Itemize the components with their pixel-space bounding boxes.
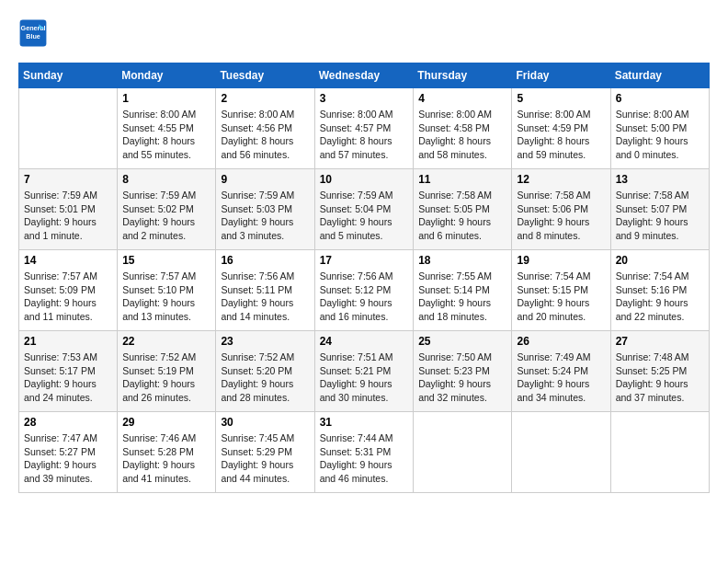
calendar-cell: 27Sunrise: 7:48 AMSunset: 5:25 PMDayligh… [610,331,709,412]
calendar-cell: 19Sunrise: 7:54 AMSunset: 5:15 PMDayligh… [512,250,610,331]
day-number: 12 [517,173,605,186]
cell-info: Sunrise: 8:00 AMSunset: 5:00 PMDaylight:… [616,108,704,162]
calendar-cell: 5Sunrise: 8:00 AMSunset: 4:59 PMDaylight… [512,88,610,169]
calendar-cell: 10Sunrise: 7:59 AMSunset: 5:04 PMDayligh… [314,169,414,250]
day-number: 25 [418,335,506,348]
calendar-cell: 20Sunrise: 7:54 AMSunset: 5:16 PMDayligh… [610,250,709,331]
cell-info: Sunrise: 7:59 AMSunset: 5:02 PMDaylight:… [122,189,210,243]
cell-info: Sunrise: 7:59 AMSunset: 5:03 PMDaylight:… [221,189,309,243]
calendar-week-row: 7Sunrise: 7:59 AMSunset: 5:01 PMDaylight… [19,169,710,250]
day-number: 3 [320,92,409,105]
cell-info: Sunrise: 7:54 AMSunset: 5:16 PMDaylight:… [616,270,704,324]
calendar-cell: 4Sunrise: 8:00 AMSunset: 4:58 PMDaylight… [414,88,512,169]
weekday-header: Tuesday [216,63,314,88]
logo: General Blue [18,18,51,48]
calendar-cell: 1Sunrise: 8:00 AMSunset: 4:55 PMDaylight… [118,88,216,169]
day-number: 4 [418,92,506,105]
day-number: 23 [221,335,309,348]
calendar-cell: 6Sunrise: 8:00 AMSunset: 5:00 PMDaylight… [610,88,709,169]
calendar-cell [19,88,118,169]
cell-info: Sunrise: 7:44 AMSunset: 5:31 PMDaylight:… [320,431,409,486]
day-number: 22 [122,335,210,348]
calendar-cell [414,412,512,493]
weekday-header: Monday [118,63,216,88]
weekday-header-row: SundayMondayTuesdayWednesdayThursdayFrid… [19,63,710,88]
calendar-body: 1Sunrise: 8:00 AMSunset: 4:55 PMDaylight… [19,88,710,493]
calendar-cell: 8Sunrise: 7:59 AMSunset: 5:02 PMDaylight… [118,169,216,250]
day-number: 27 [616,335,704,348]
calendar-cell: 24Sunrise: 7:51 AMSunset: 5:21 PMDayligh… [314,331,414,412]
day-number: 6 [616,92,704,105]
day-number: 1 [122,92,210,105]
calendar-cell: 18Sunrise: 7:55 AMSunset: 5:14 PMDayligh… [414,250,512,331]
calendar-cell: 23Sunrise: 7:52 AMSunset: 5:20 PMDayligh… [216,331,314,412]
calendar-header: SundayMondayTuesdayWednesdayThursdayFrid… [19,63,710,88]
cell-info: Sunrise: 7:56 AMSunset: 5:11 PMDaylight:… [221,270,309,324]
calendar-week-row: 21Sunrise: 7:53 AMSunset: 5:17 PMDayligh… [19,331,710,412]
cell-info: Sunrise: 7:54 AMSunset: 5:15 PMDaylight:… [517,270,605,324]
weekday-header: Wednesday [314,63,414,88]
cell-info: Sunrise: 7:59 AMSunset: 5:04 PMDaylight:… [320,189,409,243]
calendar-cell [512,412,610,493]
cell-info: Sunrise: 7:47 AMSunset: 5:27 PMDaylight:… [24,431,112,486]
day-number: 30 [221,416,309,429]
calendar-cell: 17Sunrise: 7:56 AMSunset: 5:12 PMDayligh… [314,250,414,331]
cell-info: Sunrise: 8:00 AMSunset: 4:58 PMDaylight:… [418,108,506,162]
calendar-cell: 15Sunrise: 7:57 AMSunset: 5:10 PMDayligh… [118,250,216,331]
day-number: 18 [418,254,506,267]
day-number: 17 [320,254,409,267]
day-number: 16 [221,254,309,267]
weekday-header: Saturday [610,63,709,88]
day-number: 2 [221,92,309,105]
cell-info: Sunrise: 8:00 AMSunset: 4:55 PMDaylight:… [122,108,210,162]
day-number: 7 [24,173,112,186]
day-number: 15 [122,254,210,267]
cell-info: Sunrise: 7:53 AMSunset: 5:17 PMDaylight:… [24,350,112,405]
day-number: 10 [320,173,409,186]
day-number: 21 [24,335,112,348]
cell-info: Sunrise: 7:49 AMSunset: 5:24 PMDaylight:… [517,350,605,405]
day-number: 31 [320,416,409,429]
calendar-cell: 12Sunrise: 7:58 AMSunset: 5:06 PMDayligh… [512,169,610,250]
page-header: General Blue [18,18,710,48]
calendar-cell: 13Sunrise: 7:58 AMSunset: 5:07 PMDayligh… [610,169,709,250]
calendar-week-row: 28Sunrise: 7:47 AMSunset: 5:27 PMDayligh… [19,412,710,493]
cell-info: Sunrise: 7:45 AMSunset: 5:29 PMDaylight:… [221,431,309,486]
cell-info: Sunrise: 7:50 AMSunset: 5:23 PMDaylight:… [418,350,506,405]
calendar-cell: 2Sunrise: 8:00 AMSunset: 4:56 PMDaylight… [216,88,314,169]
day-number: 26 [517,335,605,348]
calendar-cell: 30Sunrise: 7:45 AMSunset: 5:29 PMDayligh… [216,412,314,493]
cell-info: Sunrise: 7:58 AMSunset: 5:06 PMDaylight:… [517,189,605,243]
logo-icon: General Blue [18,18,48,48]
calendar-cell: 14Sunrise: 7:57 AMSunset: 5:09 PMDayligh… [19,250,118,331]
day-number: 9 [221,173,309,186]
calendar-cell: 3Sunrise: 8:00 AMSunset: 4:57 PMDaylight… [314,88,414,169]
calendar-cell: 11Sunrise: 7:58 AMSunset: 5:05 PMDayligh… [414,169,512,250]
svg-text:Blue: Blue [26,32,40,40]
day-number: 29 [122,416,210,429]
calendar-cell: 31Sunrise: 7:44 AMSunset: 5:31 PMDayligh… [314,412,414,493]
calendar-week-row: 1Sunrise: 8:00 AMSunset: 4:55 PMDaylight… [19,88,710,169]
weekday-header: Thursday [414,63,512,88]
day-number: 19 [517,254,605,267]
day-number: 20 [616,254,704,267]
cell-info: Sunrise: 7:59 AMSunset: 5:01 PMDaylight:… [24,189,112,243]
weekday-header: Sunday [19,63,118,88]
cell-info: Sunrise: 7:52 AMSunset: 5:19 PMDaylight:… [122,350,210,405]
cell-info: Sunrise: 7:57 AMSunset: 5:10 PMDaylight:… [122,270,210,324]
calendar-cell: 28Sunrise: 7:47 AMSunset: 5:27 PMDayligh… [19,412,118,493]
day-number: 14 [24,254,112,267]
day-number: 13 [616,173,704,186]
day-number: 5 [517,92,605,105]
cell-info: Sunrise: 8:00 AMSunset: 4:56 PMDaylight:… [221,108,309,162]
cell-info: Sunrise: 7:56 AMSunset: 5:12 PMDaylight:… [320,270,409,324]
day-number: 24 [320,335,409,348]
calendar-cell: 7Sunrise: 7:59 AMSunset: 5:01 PMDaylight… [19,169,118,250]
calendar-cell: 16Sunrise: 7:56 AMSunset: 5:11 PMDayligh… [216,250,314,331]
cell-info: Sunrise: 7:48 AMSunset: 5:25 PMDaylight:… [616,350,704,405]
calendar-cell: 25Sunrise: 7:50 AMSunset: 5:23 PMDayligh… [414,331,512,412]
day-number: 11 [418,173,506,186]
calendar-cell [610,412,709,493]
cell-info: Sunrise: 7:58 AMSunset: 5:07 PMDaylight:… [616,189,704,243]
calendar-week-row: 14Sunrise: 7:57 AMSunset: 5:09 PMDayligh… [19,250,710,331]
